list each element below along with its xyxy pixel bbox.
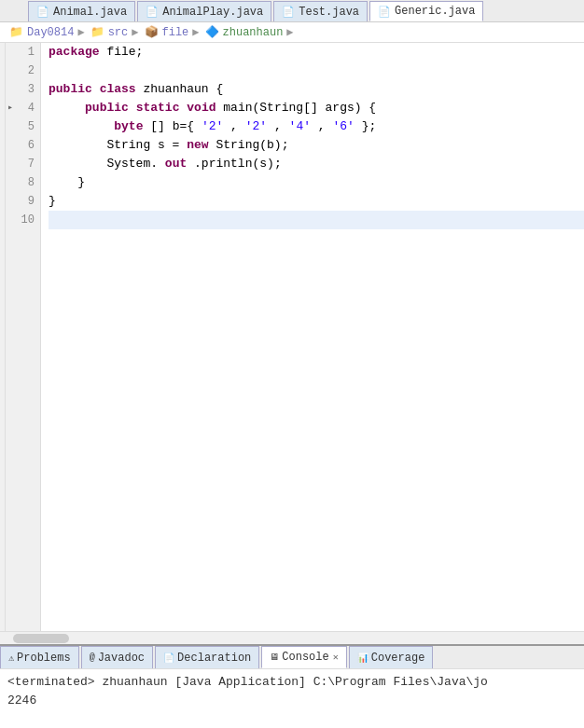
code-text: file; bbox=[100, 45, 144, 59]
line-3: 3 bbox=[6, 80, 40, 99]
scrollbar-thumb[interactable] bbox=[13, 634, 69, 643]
java-file-icon: 📄 bbox=[36, 6, 49, 18]
breadcrumb-sep-4: ▶ bbox=[286, 25, 293, 39]
line-1: 1 bbox=[6, 43, 40, 62]
breadcrumb-sep-1: ▶ bbox=[77, 25, 84, 39]
java-file-icon-2: 📄 bbox=[146, 6, 159, 18]
breadcrumb-sep-3: ▶ bbox=[192, 25, 199, 39]
editor-container: 1 2 3 4 5 6 7 8 9 10 package file; publi… bbox=[0, 43, 584, 631]
code-editor[interactable]: package file; public class zhuanhaun { p… bbox=[41, 43, 584, 631]
code-line-1: package file; bbox=[49, 43, 584, 62]
keyword-package: package bbox=[49, 45, 100, 59]
tab-bar: 📄 Animal.java 📄 AnimalPlay.java 📄 Test.j… bbox=[0, 0, 584, 22]
javadoc-icon: @ bbox=[90, 652, 95, 663]
java-file-icon-4: 📄 bbox=[378, 6, 391, 18]
class-icon: 🔷 bbox=[205, 25, 219, 39]
keyword-public: public bbox=[49, 82, 92, 96]
package-icon: 📦 bbox=[145, 25, 159, 39]
line-4: 4 bbox=[6, 99, 40, 117]
editor-empty-space bbox=[49, 229, 584, 556]
problems-icon: ⚠ bbox=[8, 652, 14, 664]
code-line-5: byte [] b={ '2' , '2' , '4' , '6' }; bbox=[49, 117, 584, 136]
tab-declaration[interactable]: 📄 Declaration bbox=[155, 646, 259, 668]
src-icon: 📁 bbox=[90, 25, 104, 39]
horizontal-scrollbar[interactable] bbox=[0, 631, 584, 644]
console-close-button[interactable]: ✕ bbox=[333, 652, 339, 663]
breadcrumb: 📁 Day0814 ▶ 📁 src ▶ 📦 file ▶ 🔷 zhuanhaun… bbox=[0, 22, 584, 43]
code-line-7: System. out .println(s); bbox=[49, 155, 584, 173]
line-7: 7 bbox=[6, 155, 40, 173]
console-line-2: 2246 bbox=[7, 692, 577, 710]
line-2: 2 bbox=[6, 62, 40, 80]
tab-animal-java[interactable]: 📄 Animal.java bbox=[28, 1, 135, 21]
code-line-6: String s = new String(b); bbox=[49, 136, 584, 155]
tab-problems[interactable]: ⚠ Problems bbox=[0, 646, 79, 668]
line-number-gutter: 1 2 3 4 5 6 7 8 9 10 bbox=[6, 43, 41, 631]
tab-console[interactable]: 🖥 Console ✕ bbox=[261, 646, 346, 668]
breadcrumb-item-src[interactable]: 📁 src bbox=[89, 25, 129, 39]
line-8: 8 bbox=[6, 173, 40, 192]
breadcrumb-item-zhuanhaun[interactable]: 🔷 zhuanhaun bbox=[203, 25, 284, 39]
tab-animalplay-java[interactable]: 📄 AnimalPlay.java bbox=[137, 1, 271, 21]
breadcrumb-item-day0814[interactable]: 📁 Day0814 bbox=[7, 25, 74, 39]
code-line-9: } bbox=[49, 192, 584, 211]
declaration-icon: 📄 bbox=[163, 652, 174, 664]
line-10: 10 bbox=[6, 211, 40, 229]
tab-test-java[interactable]: 📄 Test.java bbox=[273, 1, 368, 21]
console-line-1: <terminated> zhuanhaun [Java Application… bbox=[7, 673, 577, 692]
tab-generic-java[interactable]: 📄 Generic.java bbox=[369, 1, 483, 21]
console-output: <terminated> zhuanhaun [Java Application… bbox=[0, 668, 584, 728]
keyword-class: class bbox=[100, 82, 136, 96]
line-5: 5 bbox=[6, 117, 40, 136]
code-line-3: public class zhuanhaun { bbox=[49, 80, 584, 99]
tab-coverage[interactable]: 📊 Coverage bbox=[349, 646, 434, 668]
java-file-icon-3: 📄 bbox=[282, 6, 295, 18]
code-line-10 bbox=[49, 211, 584, 229]
code-line-2 bbox=[49, 62, 584, 80]
breadcrumb-sep-2: ▶ bbox=[132, 25, 138, 39]
breadcrumb-item-file[interactable]: 📦 file bbox=[143, 25, 189, 39]
line-6: 6 bbox=[6, 136, 40, 155]
code-line-4: public static void main(String[] args) { bbox=[49, 99, 584, 117]
console-icon: 🖥 bbox=[270, 652, 279, 663]
code-line-8: } bbox=[49, 173, 584, 192]
bottom-tab-bar: ⚠ Problems @ Javadoc 📄 Declaration 🖥 Con… bbox=[0, 644, 584, 668]
folder-icon: 📁 bbox=[9, 25, 23, 39]
tab-javadoc[interactable]: @ Javadoc bbox=[81, 646, 153, 668]
line-9: 9 bbox=[6, 192, 40, 211]
coverage-icon: 📊 bbox=[357, 652, 368, 664]
